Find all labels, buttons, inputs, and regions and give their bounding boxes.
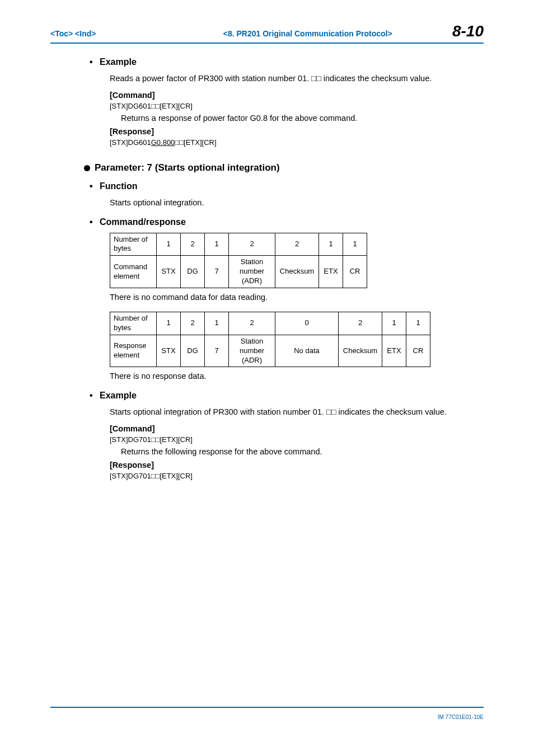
cmdresp-heading: Command/response [100,217,484,227]
response2-label: [Response] [110,461,484,469]
table-cell: 2 [181,233,205,256]
function-text: Starts optional integration. [110,197,484,209]
table-cell: 7 [205,335,229,367]
table-cell: STX [157,335,181,367]
response-note: There is no response data. [110,372,484,381]
table-cell: Station number (ADR) [229,256,275,288]
table-cell: Checksum [275,256,319,288]
table-cell: CR [406,335,430,367]
table-cell: CR [343,256,367,288]
response-table: Number of bytes 1 2 1 2 0 2 1 1 Response… [110,312,484,367]
command2-text: [STX]DG701□□[ETX][CR] [110,435,484,444]
table-cell: 2 [181,312,205,335]
footer-divider [50,707,484,708]
table-cell: DG [181,256,205,288]
table-cell: Response element [110,335,157,367]
table-cell: STX [157,256,181,288]
table-cell: ETX [382,335,406,367]
table-cell: Station number (ADR) [229,335,275,367]
table-cell: 1 [205,233,229,256]
example2-heading: Example [100,391,484,401]
table-cell: 1 [157,233,181,256]
command-table: Number of bytes 1 2 1 2 2 1 1 Command el… [110,233,484,288]
example-heading: Example [100,57,484,67]
command2-desc: Returns the following response for the a… [121,447,484,456]
table-cell: Number of bytes [110,312,157,335]
response2-text: [STX]DG701□□[ETX][CR] [110,472,484,480]
page-header: <Toc> <Ind> <8. PR201 Original Communica… [50,22,484,44]
command-label: [Command] [110,91,484,100]
response-prefix: [STX]DG601 [110,138,151,147]
response-label: [Response] [110,127,484,136]
table-cell: Checksum [339,335,382,367]
function-heading: Function [100,181,484,191]
table-cell: 2 [229,312,275,335]
table-cell: 1 [382,312,406,335]
table-cell: ETX [319,256,343,288]
command-text: [STX]DG601□□[ETX][CR] [110,102,484,110]
response-suffix: □□[ETX][CR] [175,138,216,147]
table-cell: 2 [229,233,275,256]
header-chapter-title: <8. PR201 Original Communication Protoco… [96,29,441,38]
table-cell: Command element [110,256,157,288]
page-number: 8-10 [452,22,484,40]
table-cell: DG [181,335,205,367]
table-cell: 1 [157,312,181,335]
response-underline: G0.800 [151,138,175,147]
example2-intro: Starts optional integration of PR300 wit… [110,406,484,419]
table-cell: 2 [275,233,319,256]
table-cell: 1 [343,233,367,256]
command-desc: Returns a response of power factor G0.8 … [121,114,484,123]
command-note: There is no command data for data readin… [110,293,484,302]
table-cell: Number of bytes [110,233,157,256]
header-toc-ind[interactable]: <Toc> <Ind> [50,29,96,38]
table-cell: 1 [205,312,229,335]
table-cell: 0 [275,312,339,335]
response-text: [STX]DG601G0.800□□[ETX][CR] [110,138,484,147]
example1-intro: Reads a power factor of PR300 with stati… [110,73,484,85]
table-cell: 2 [339,312,382,335]
table-cell: No data [275,335,339,367]
command2-label: [Command] [110,424,484,433]
table-cell: 1 [406,312,430,335]
parameter-heading: Parameter: 7 (Starts optional integratio… [84,162,484,173]
table-cell: 1 [319,233,343,256]
footer-doc-id: IM 77C01E01-10E [438,714,484,720]
table-cell: 7 [205,256,229,288]
